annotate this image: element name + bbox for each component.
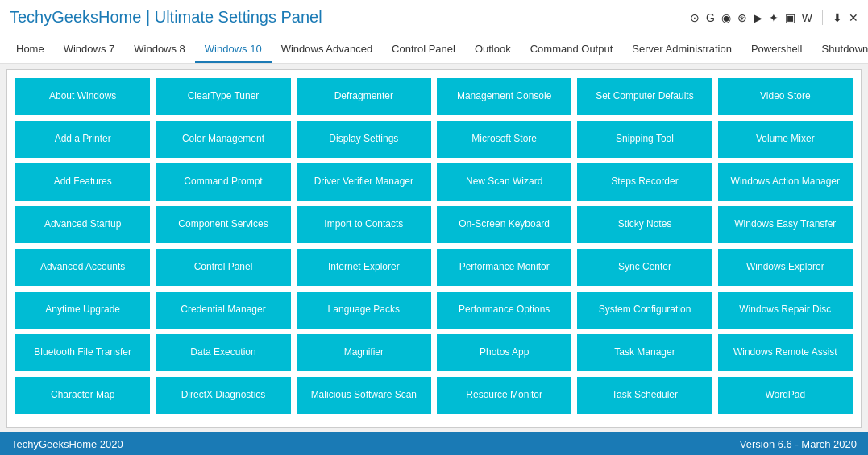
grid-button-43[interactable]: DirectX Diagnostics <box>156 377 290 414</box>
grid-button-33[interactable]: Performance Options <box>437 292 571 329</box>
grid-button-36[interactable]: Bluetooth File Transfer <box>15 334 150 371</box>
grid-button-0[interactable]: About Windows <box>15 78 150 115</box>
grid-button-40[interactable]: Task Manager <box>577 334 712 371</box>
tab-home[interactable]: Home <box>6 36 54 64</box>
tab-server-admin[interactable]: Server Administration <box>622 36 741 64</box>
grid-button-39[interactable]: Photos App <box>437 334 571 371</box>
instagram-icon[interactable]: ◉ <box>721 11 731 24</box>
grid-button-14[interactable]: Driver Verifier Manager <box>297 163 431 201</box>
youtube-icon[interactable]: ▶ <box>754 11 762 24</box>
grid-button-47[interactable]: WordPad <box>718 377 853 414</box>
grid-button-22[interactable]: Sticky Notes <box>577 206 712 243</box>
grid-button-26[interactable]: Internet Explorer <box>297 249 431 286</box>
grid-button-20[interactable]: Import to Contacts <box>297 206 431 243</box>
nav-bar: Home Windows 7 Windows 8 Windows 10 Wind… <box>0 35 868 64</box>
grid-button-46[interactable]: Task Scheduler <box>577 377 712 414</box>
grid-button-31[interactable]: Credential Manager <box>156 292 290 329</box>
top-bar: TechyGeeksHome | Ultimate Settings Panel… <box>0 0 868 35</box>
grid-button-29[interactable]: Windows Explorer <box>718 249 853 286</box>
grid-button-1[interactable]: ClearType Tuner <box>156 78 290 115</box>
button-grid: About WindowsClearType TunerDefragmenter… <box>15 78 853 414</box>
icon-divider <box>822 10 823 25</box>
app-title: TechyGeeksHome | Ultimate Settings Panel <box>10 8 322 27</box>
grid-button-11[interactable]: Volume Mixer <box>718 121 853 158</box>
tab-windows8[interactable]: Windows 8 <box>124 36 195 64</box>
grid-button-18[interactable]: Advanced Startup <box>15 206 150 243</box>
grid-button-2[interactable]: Defragmenter <box>297 78 431 115</box>
facebook-icon[interactable]: ▣ <box>785 11 795 24</box>
tab-shutdown[interactable]: Shutdown C <box>812 36 868 64</box>
grid-button-7[interactable]: Color Management <box>156 121 290 158</box>
grid-button-41[interactable]: Windows Remote Assist <box>718 334 853 371</box>
grid-button-35[interactable]: Windows Repair Disc <box>718 292 853 329</box>
footer: TechyGeeksHome 2020 Version 6.6 - March … <box>0 432 868 455</box>
grid-button-44[interactable]: Malicious Software Scan <box>297 377 431 414</box>
grid-button-45[interactable]: Resource Monitor <box>437 377 571 414</box>
grid-button-21[interactable]: On-Screen Keyboard <box>437 206 571 243</box>
grid-button-24[interactable]: Advanced Accounts <box>15 249 150 286</box>
tab-outlook[interactable]: Outlook <box>465 36 521 64</box>
grid-button-9[interactable]: Microsoft Store <box>437 121 571 158</box>
grid-button-38[interactable]: Magnifier <box>297 334 431 371</box>
download-icon[interactable]: ⬇ <box>833 11 842 24</box>
tab-command-output[interactable]: Command Output <box>521 36 623 64</box>
grid-button-5[interactable]: Video Store <box>718 78 853 115</box>
grid-button-6[interactable]: Add a Printer <box>15 121 150 158</box>
tab-powershell[interactable]: Powershell <box>741 36 812 64</box>
github-icon[interactable]: ⊙ <box>690 11 700 24</box>
grid-button-12[interactable]: Add Features <box>15 163 150 201</box>
tab-control-panel[interactable]: Control Panel <box>382 36 465 64</box>
tab-windows-advanced[interactable]: Windows Advanced <box>272 36 382 64</box>
wordpress-icon[interactable]: W <box>802 11 812 24</box>
grid-button-17[interactable]: Windows Action Manager <box>718 163 853 201</box>
footer-left: TechyGeeksHome 2020 <box>11 438 123 450</box>
top-icons: ⊙ G ◉ ⊛ ▶ ✦ ▣ W ⬇ ✕ <box>690 10 858 25</box>
twitter-icon[interactable]: ✦ <box>769 11 779 24</box>
grid-button-30[interactable]: Anytime Upgrade <box>15 292 150 329</box>
grid-button-37[interactable]: Data Execution <box>156 334 290 371</box>
grid-button-27[interactable]: Performance Monitor <box>437 249 571 286</box>
main-content: About WindowsClearType TunerDefragmenter… <box>6 69 862 428</box>
pinterest-icon[interactable]: ⊛ <box>737 11 747 24</box>
grid-button-32[interactable]: Language Packs <box>297 292 431 329</box>
grid-button-28[interactable]: Sync Center <box>577 249 712 286</box>
grid-button-15[interactable]: New Scan Wizard <box>437 163 571 201</box>
grid-button-23[interactable]: Windows Easy Transfer <box>718 206 853 243</box>
grid-button-42[interactable]: Character Map <box>15 377 150 414</box>
grid-button-25[interactable]: Control Panel <box>156 249 290 286</box>
grid-button-8[interactable]: Display Settings <box>297 121 431 158</box>
grid-button-3[interactable]: Management Console <box>437 78 571 115</box>
tab-windows7[interactable]: Windows 7 <box>54 36 125 64</box>
close-icon[interactable]: ✕ <box>849 11 858 24</box>
grid-button-13[interactable]: Command Prompt <box>156 163 290 201</box>
grid-button-10[interactable]: Snipping Tool <box>577 121 712 158</box>
footer-right: Version 6.6 - March 2020 <box>740 438 857 450</box>
grid-button-19[interactable]: Component Services <box>156 206 290 243</box>
grid-button-34[interactable]: System Configuration <box>577 292 712 329</box>
grid-button-16[interactable]: Steps Recorder <box>577 163 712 201</box>
tab-windows10[interactable]: Windows 10 <box>195 36 272 64</box>
grid-button-4[interactable]: Set Computer Defaults <box>577 78 712 115</box>
google-icon[interactable]: G <box>706 11 715 24</box>
